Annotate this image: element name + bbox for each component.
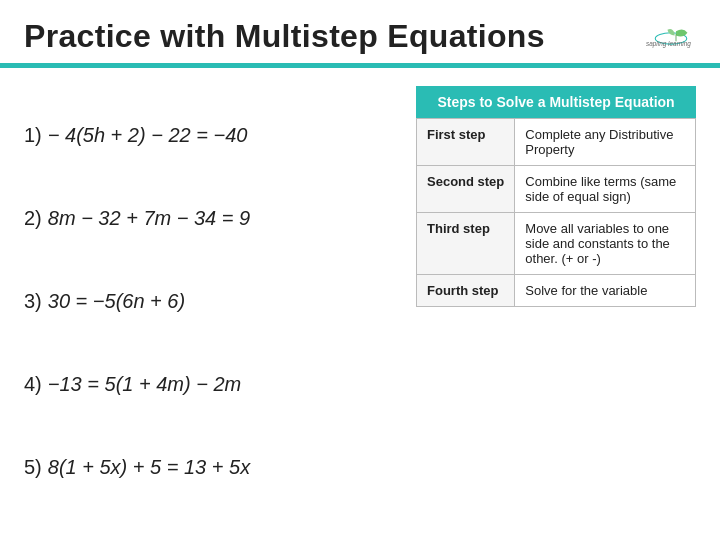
step-row-3: Third step Move all variables to one sid… [417,213,696,275]
logo: sapling learning [646,23,696,51]
eq-expr: − 4(5h + 2) − 22 = −40 [48,124,248,146]
equation-item-1: 1)− 4(5h + 2) − 22 = −40 [24,114,388,156]
eq-label: 5) [24,456,42,478]
eq-label: 2) [24,207,42,229]
page: Practice with Multistep Equations saplin… [0,0,720,540]
equation-item-5: 5)8(1 + 5x) + 5 = 13 + 5x [24,446,388,488]
header: Practice with Multistep Equations saplin… [0,0,720,63]
equation-item-4: 4)−13 = 5(1 + 4m) − 2m [24,363,388,405]
svg-text:sapling learning: sapling learning [646,40,691,48]
step-desc-1: Complete any Distributive Property [515,119,696,166]
steps-table: Steps to Solve a Multistep Equation Firs… [416,86,696,307]
equation-item-3: 3)30 = −5(6n + 6) [24,280,388,322]
equation-item-2: 2)8m − 32 + 7m − 34 = 9 [24,197,388,239]
steps-table-caption: Steps to Solve a Multistep Equation [416,86,696,118]
step-label-1: First step [417,119,515,166]
step-desc-4: Solve for the variable [515,275,696,307]
step-row-1: First step Complete any Distributive Pro… [417,119,696,166]
eq-expr: 8(1 + 5x) + 5 = 13 + 5x [48,456,250,478]
step-desc-2: Combine like terms (same side of equal s… [515,166,696,213]
eq-label: 1) [24,124,42,146]
main-content: 1)− 4(5h + 2) − 22 = −402)8m − 32 + 7m −… [0,68,720,528]
page-title: Practice with Multistep Equations [24,18,545,55]
equations-list: 1)− 4(5h + 2) − 22 = −402)8m − 32 + 7m −… [24,86,388,516]
eq-label: 4) [24,373,42,395]
sapling-learning-logo: sapling learning [646,23,696,51]
step-row-4: Fourth step Solve for the variable [417,275,696,307]
steps-table-wrapper: Steps to Solve a Multistep Equation Firs… [416,86,696,516]
step-label-2: Second step [417,166,515,213]
eq-label: 3) [24,290,42,312]
step-row-2: Second step Combine like terms (same sid… [417,166,696,213]
eq-expr: 30 = −5(6n + 6) [48,290,185,312]
step-label-3: Third step [417,213,515,275]
step-label-4: Fourth step [417,275,515,307]
step-desc-3: Move all variables to one side and const… [515,213,696,275]
eq-expr: −13 = 5(1 + 4m) − 2m [48,373,241,395]
eq-expr: 8m − 32 + 7m − 34 = 9 [48,207,250,229]
